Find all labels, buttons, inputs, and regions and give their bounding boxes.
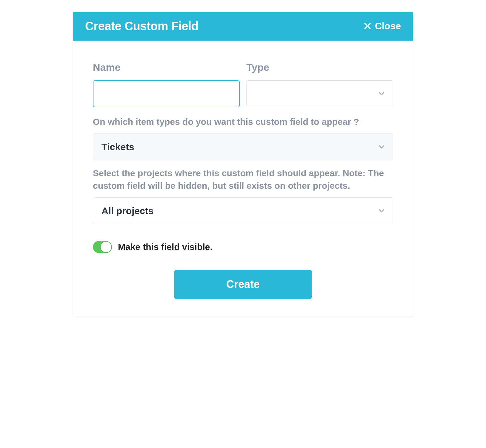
projects-label: Select the projects where this custom fi… — [93, 167, 393, 192]
close-button[interactable]: ✕ Close — [363, 21, 401, 32]
modal-footer: Create — [93, 270, 393, 299]
item-types-select-value: Tickets — [101, 142, 377, 153]
item-types-label: On which item types do you want this cus… — [93, 116, 393, 128]
create-custom-field-modal: Create Custom Field ✕ Close Name Type — [73, 12, 413, 316]
name-input[interactable] — [93, 80, 240, 107]
visible-toggle-row: Make this field visible. — [93, 241, 393, 253]
modal-body: Name Type On which item types do you wan… — [73, 41, 413, 316]
visible-toggle[interactable] — [93, 241, 112, 253]
name-column: Name — [93, 62, 240, 107]
close-icon: ✕ — [363, 21, 372, 32]
name-label: Name — [93, 62, 240, 73]
type-select[interactable] — [246, 80, 393, 107]
item-types-select[interactable]: Tickets — [93, 134, 393, 160]
visible-toggle-label: Make this field visible. — [118, 242, 213, 252]
projects-select[interactable]: All projects — [93, 197, 393, 224]
chevron-down-icon — [377, 207, 386, 215]
chevron-down-icon — [377, 90, 386, 98]
toggle-knob — [101, 242, 111, 252]
modal-header: Create Custom Field ✕ Close — [73, 12, 413, 41]
type-label: Type — [246, 62, 393, 73]
chevron-down-icon — [377, 143, 386, 151]
close-label: Close — [375, 21, 401, 32]
create-button[interactable]: Create — [174, 270, 312, 299]
modal-title: Create Custom Field — [85, 19, 198, 33]
name-type-row: Name Type — [93, 62, 393, 107]
type-column: Type — [246, 62, 393, 107]
projects-select-value: All projects — [101, 205, 377, 217]
